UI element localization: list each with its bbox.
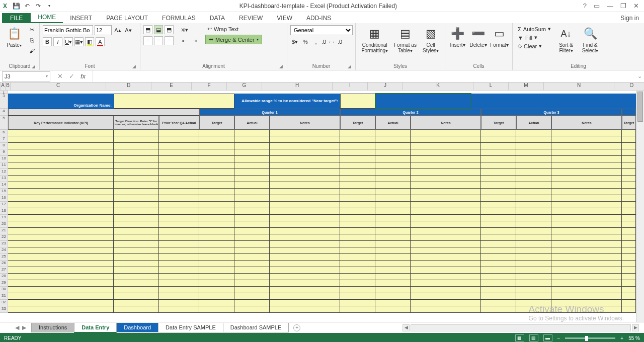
hscroll-right-icon[interactable]: ▶ xyxy=(632,324,639,331)
row-header-16[interactable]: 16 xyxy=(0,195,8,202)
row-header-8[interactable]: 8 xyxy=(0,143,8,149)
col-header-K[interactable]: K xyxy=(403,82,473,91)
col-header-J[interactable]: J xyxy=(368,82,403,91)
redo-icon[interactable]: ↷ xyxy=(34,2,42,10)
sheet-tab-dashboard[interactable]: Dashboard xyxy=(116,323,158,332)
data-row[interactable] xyxy=(8,169,636,176)
sheet-tab-data-entry[interactable]: Data Entry xyxy=(74,323,117,333)
data-row[interactable] xyxy=(8,215,636,221)
view-page-break-icon[interactable]: ▬ xyxy=(543,334,552,341)
col-header-A[interactable]: A xyxy=(1,82,6,91)
number-launcher-icon[interactable]: ◢ xyxy=(348,64,351,69)
col-header-B[interactable]: B xyxy=(6,82,11,91)
col-header-O[interactable]: O xyxy=(614,82,644,91)
align-bottom-icon[interactable]: ⬒ xyxy=(165,25,174,34)
row-header-30[interactable]: 30 xyxy=(0,287,8,293)
view-page-layout-icon[interactable]: ▤ xyxy=(529,334,538,341)
horizontal-scrollbar[interactable]: ◀ ▶ xyxy=(403,324,639,331)
cancel-formula-icon[interactable]: ✕ xyxy=(57,72,63,80)
accounting-format-icon[interactable]: $▾ xyxy=(290,37,299,46)
sort-filter-button[interactable]: A↓Sort & Filter▾ xyxy=(555,25,577,53)
row-header-28[interactable]: 28 xyxy=(0,274,8,280)
comma-format-icon[interactable]: , xyxy=(311,37,320,46)
align-top-icon[interactable]: ⬒ xyxy=(143,25,152,34)
data-row[interactable] xyxy=(8,189,636,195)
close-icon[interactable]: ✕ xyxy=(633,2,639,10)
data-row[interactable] xyxy=(8,267,636,274)
col-header-N[interactable]: N xyxy=(544,82,614,91)
vertical-scrollbar[interactable] xyxy=(636,91,644,322)
data-row[interactable] xyxy=(8,221,636,228)
col-header-G[interactable]: G xyxy=(227,82,262,91)
data-row[interactable] xyxy=(8,306,636,313)
increase-indent-icon[interactable]: ⇥ xyxy=(190,36,199,45)
qat-dropdown-icon[interactable]: ▾ xyxy=(45,2,53,10)
data-row[interactable] xyxy=(8,287,636,293)
autosum-button[interactable]: ΣAutoSum▾ xyxy=(516,25,553,33)
number-format-select[interactable]: General xyxy=(290,25,353,35)
data-row[interactable] xyxy=(8,182,636,189)
hscroll-left-icon[interactable]: ◀ xyxy=(403,324,410,331)
data-row[interactable] xyxy=(8,247,636,254)
decrease-font-icon[interactable]: A▾ xyxy=(124,26,133,35)
row-header-10[interactable]: 10 xyxy=(0,156,8,162)
fx-icon[interactable]: fx xyxy=(80,72,86,80)
row-header-15[interactable]: 15 xyxy=(0,189,8,195)
selected-cell-j3[interactable] xyxy=(375,94,471,109)
row-header-9[interactable]: 9 xyxy=(0,149,8,156)
allowable-input[interactable] xyxy=(340,94,375,109)
data-row[interactable] xyxy=(8,143,636,149)
expand-formula-bar-icon[interactable]: ⌄ xyxy=(635,73,644,79)
row-header-31[interactable]: 31 xyxy=(0,293,8,300)
row-headers[interactable]: 1345678910111213141516171819202122232425… xyxy=(0,91,8,313)
name-box[interactable]: J3▾ xyxy=(2,71,50,81)
italic-button[interactable]: I xyxy=(53,37,62,46)
data-row[interactable] xyxy=(8,234,636,241)
font-name-select[interactable] xyxy=(43,25,93,35)
align-middle-icon[interactable]: ⬓ xyxy=(154,25,163,34)
underline-button[interactable]: U▾ xyxy=(64,37,73,46)
data-row[interactable] xyxy=(8,274,636,280)
column-headers[interactable]: ABCDEFGHIJKLMNO xyxy=(1,82,644,91)
row-header-29[interactable]: 29 xyxy=(0,280,8,287)
spreadsheet-grid[interactable]: ABCDEFGHIJKLMNO 134567891011121314151617… xyxy=(0,82,644,322)
insert-cells-button[interactable]: ➕Insert▾ xyxy=(448,25,467,48)
data-row[interactable] xyxy=(8,280,636,287)
zoom-value[interactable]: 55 % xyxy=(628,335,640,341)
row-header-27[interactable]: 27 xyxy=(0,267,8,274)
col-header-M[interactable]: M xyxy=(509,82,544,91)
row-header-21[interactable]: 21 xyxy=(0,228,8,234)
row-header-7[interactable]: 7 xyxy=(0,136,8,143)
data-row[interactable] xyxy=(8,162,636,169)
row-header-32[interactable]: 32 xyxy=(0,300,8,306)
zoom-in-icon[interactable]: + xyxy=(620,335,623,341)
delete-cells-button[interactable]: ➖Delete▾ xyxy=(469,25,488,48)
wrap-text-button[interactable]: ↩Wrap Text xyxy=(205,25,262,33)
border-button[interactable]: ▦▾ xyxy=(74,37,84,46)
maximize-icon[interactable]: ❐ xyxy=(620,2,626,10)
decrease-decimal-icon[interactable]: ←.0 xyxy=(333,37,342,46)
format-cells-button[interactable]: ▭Format▾ xyxy=(490,25,509,48)
col-header-H[interactable]: H xyxy=(262,82,333,91)
tab-review[interactable]: REVIEW xyxy=(232,13,270,23)
font-size-select[interactable] xyxy=(95,25,112,35)
clipboard-launcher-icon[interactable]: ◢ xyxy=(32,64,35,69)
data-row[interactable] xyxy=(8,228,636,234)
tab-file[interactable]: FILE xyxy=(2,13,31,23)
data-row[interactable] xyxy=(8,208,636,215)
percent-format-icon[interactable]: % xyxy=(301,37,310,46)
row-header-13[interactable]: 13 xyxy=(0,176,8,182)
align-center-icon[interactable]: ≡ xyxy=(154,36,163,45)
clear-button[interactable]: ◇Clear▾ xyxy=(516,42,553,50)
tab-data[interactable]: DATA xyxy=(203,13,232,23)
save-icon[interactable]: 💾 xyxy=(12,2,20,10)
data-row[interactable] xyxy=(8,130,636,136)
minimize-icon[interactable]: — xyxy=(607,2,613,10)
format-painter-icon[interactable]: 🖌 xyxy=(27,46,36,55)
row-header-12[interactable]: 12 xyxy=(0,169,8,176)
tab-formulas[interactable]: FORMULAS xyxy=(155,13,203,23)
align-left-icon[interactable]: ≡ xyxy=(143,36,152,45)
view-normal-icon[interactable]: ▦ xyxy=(515,334,524,341)
sheet-content[interactable]: Organization Name: Allowable range % to … xyxy=(8,91,636,313)
data-row[interactable] xyxy=(8,195,636,202)
